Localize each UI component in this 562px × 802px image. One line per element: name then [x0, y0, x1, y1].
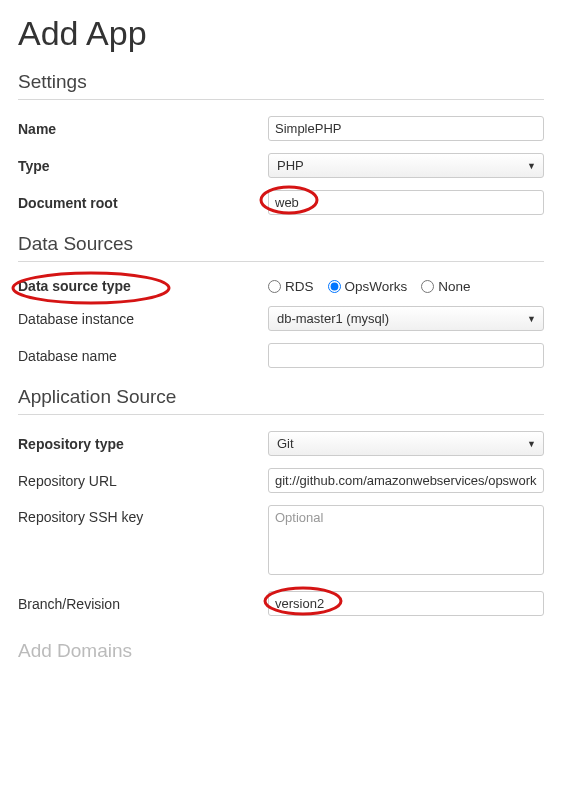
settings-heading: Settings [18, 71, 544, 93]
type-select[interactable]: PHP [268, 153, 544, 178]
repo-url-label: Repository URL [18, 473, 268, 489]
name-label: Name [18, 121, 268, 137]
none-radio[interactable] [421, 280, 434, 293]
docroot-input[interactable] [268, 190, 544, 215]
ssh-key-textarea[interactable] [268, 505, 544, 575]
db-name-label: Database name [18, 348, 268, 364]
docroot-label: Document root [18, 195, 268, 211]
db-name-input[interactable] [268, 343, 544, 368]
rds-radio-label: RDS [285, 279, 314, 294]
data-source-type-radio-group: RDS OpsWorks None [268, 279, 544, 294]
repo-type-label: Repository type [18, 436, 268, 452]
type-label: Type [18, 158, 268, 174]
divider [18, 414, 544, 415]
name-input[interactable] [268, 116, 544, 141]
add-domains-heading: Add Domains [18, 640, 544, 662]
rds-radio[interactable] [268, 280, 281, 293]
divider [18, 261, 544, 262]
opsworks-radio[interactable] [328, 280, 341, 293]
repo-url-input[interactable] [268, 468, 544, 493]
app-source-heading: Application Source [18, 386, 544, 408]
db-instance-select[interactable]: db-master1 (mysql) [268, 306, 544, 331]
ssh-key-label: Repository SSH key [18, 505, 268, 525]
none-radio-label: None [438, 279, 470, 294]
divider [18, 99, 544, 100]
opsworks-radio-label: OpsWorks [345, 279, 408, 294]
db-instance-label: Database instance [18, 311, 268, 327]
page-title: Add App [18, 14, 544, 53]
data-source-type-label: Data source type [18, 278, 268, 294]
data-sources-heading: Data Sources [18, 233, 544, 255]
branch-label: Branch/Revision [18, 596, 268, 612]
repo-type-select[interactable]: Git [268, 431, 544, 456]
branch-input[interactable] [268, 591, 544, 616]
